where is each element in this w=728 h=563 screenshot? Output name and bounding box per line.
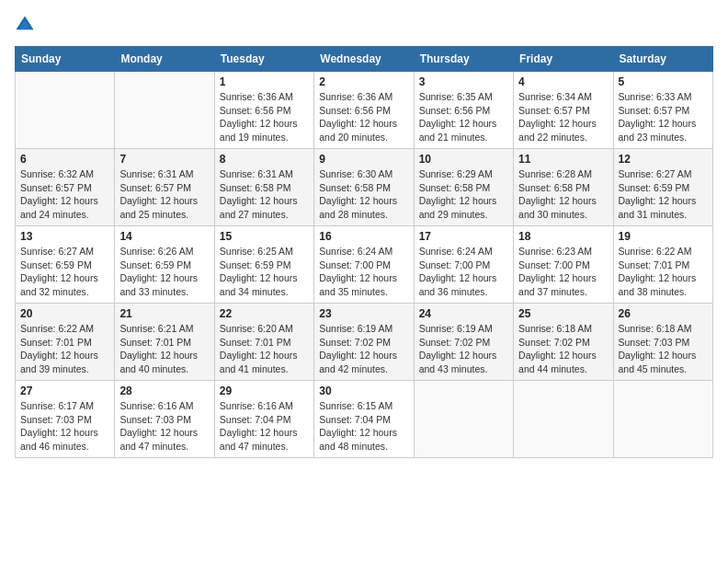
calendar-cell: 13Sunrise: 6:27 AM Sunset: 6:59 PM Dayli…: [16, 226, 115, 304]
calendar-week-3: 13Sunrise: 6:27 AM Sunset: 6:59 PM Dayli…: [16, 226, 713, 304]
day-number: 30: [319, 385, 408, 397]
day-number: 19: [619, 230, 708, 243]
calendar-cell: 7Sunrise: 6:31 AM Sunset: 6:57 PM Daylig…: [115, 149, 214, 226]
day-number: 23: [319, 307, 408, 320]
day-info: Sunrise: 6:27 AM Sunset: 6:59 PM Dayligh…: [619, 167, 708, 222]
calendar-header-row: SundayMondayTuesdayWednesdayThursdayFrid…: [16, 47, 713, 72]
day-info: Sunrise: 6:19 AM Sunset: 7:02 PM Dayligh…: [419, 322, 508, 376]
day-info: Sunrise: 6:24 AM Sunset: 7:00 PM Dayligh…: [419, 245, 508, 299]
day-info: Sunrise: 6:32 AM Sunset: 6:57 PM Dayligh…: [20, 167, 109, 222]
day-number: 29: [220, 385, 309, 397]
day-info: Sunrise: 6:15 AM Sunset: 7:04 PM Dayligh…: [319, 399, 408, 454]
calendar-cell: 29Sunrise: 6:16 AM Sunset: 7:04 PM Dayli…: [214, 381, 313, 458]
day-info: Sunrise: 6:16 AM Sunset: 7:04 PM Dayligh…: [220, 399, 309, 454]
day-info: Sunrise: 6:35 AM Sunset: 6:56 PM Dayligh…: [419, 90, 508, 144]
day-info: Sunrise: 6:25 AM Sunset: 6:59 PM Dayligh…: [220, 245, 309, 299]
day-number: 10: [419, 153, 508, 166]
day-number: 15: [220, 230, 309, 243]
day-info: Sunrise: 6:21 AM Sunset: 7:01 PM Dayligh…: [119, 322, 209, 376]
calendar-cell: 1Sunrise: 6:36 AM Sunset: 6:56 PM Daylig…: [214, 72, 313, 149]
day-info: Sunrise: 6:16 AM Sunset: 7:03 PM Dayligh…: [119, 399, 209, 454]
logo-icon: [15, 15, 35, 35]
calendar-cell: 4Sunrise: 6:34 AM Sunset: 6:57 PM Daylig…: [514, 72, 613, 149]
day-number: 28: [119, 385, 209, 397]
day-header-tuesday: Tuesday: [214, 47, 313, 72]
calendar-cell: [115, 72, 214, 149]
calendar-week-5: 27Sunrise: 6:17 AM Sunset: 7:03 PM Dayli…: [16, 381, 713, 458]
calendar-cell: 22Sunrise: 6:20 AM Sunset: 7:01 PM Dayli…: [214, 304, 313, 381]
calendar-cell: 15Sunrise: 6:25 AM Sunset: 6:59 PM Dayli…: [214, 226, 313, 304]
day-info: Sunrise: 6:27 AM Sunset: 6:59 PM Dayligh…: [20, 245, 109, 299]
day-info: Sunrise: 6:30 AM Sunset: 6:58 PM Dayligh…: [319, 167, 408, 222]
day-number: 4: [518, 75, 608, 88]
day-number: 5: [619, 75, 708, 88]
day-number: 21: [119, 307, 209, 320]
day-info: Sunrise: 6:22 AM Sunset: 7:01 PM Dayligh…: [20, 322, 109, 376]
calendar-cell: 27Sunrise: 6:17 AM Sunset: 7:03 PM Dayli…: [16, 381, 115, 458]
calendar-cell: 26Sunrise: 6:18 AM Sunset: 7:03 PM Dayli…: [613, 304, 712, 381]
day-number: 17: [419, 230, 508, 243]
day-info: Sunrise: 6:20 AM Sunset: 7:01 PM Dayligh…: [220, 322, 309, 376]
day-number: 24: [419, 307, 508, 320]
day-info: Sunrise: 6:36 AM Sunset: 6:56 PM Dayligh…: [319, 90, 408, 144]
calendar-cell: 21Sunrise: 6:21 AM Sunset: 7:01 PM Dayli…: [115, 304, 214, 381]
calendar-cell: 18Sunrise: 6:23 AM Sunset: 7:00 PM Dayli…: [514, 226, 613, 304]
day-number: 26: [619, 307, 708, 320]
calendar-week-2: 6Sunrise: 6:32 AM Sunset: 6:57 PM Daylig…: [16, 149, 713, 226]
calendar-cell: 14Sunrise: 6:26 AM Sunset: 6:59 PM Dayli…: [115, 226, 214, 304]
day-header-saturday: Saturday: [613, 47, 712, 72]
calendar-cell: 6Sunrise: 6:32 AM Sunset: 6:57 PM Daylig…: [16, 149, 115, 226]
calendar-table: SundayMondayTuesdayWednesdayThursdayFrid…: [15, 46, 713, 458]
calendar-cell: 17Sunrise: 6:24 AM Sunset: 7:00 PM Dayli…: [414, 226, 513, 304]
day-info: Sunrise: 6:19 AM Sunset: 7:02 PM Dayligh…: [319, 322, 408, 376]
day-header-monday: Monday: [115, 47, 214, 72]
calendar-week-4: 20Sunrise: 6:22 AM Sunset: 7:01 PM Dayli…: [16, 304, 713, 381]
calendar-cell: 28Sunrise: 6:16 AM Sunset: 7:03 PM Dayli…: [115, 381, 214, 458]
calendar-week-1: 1Sunrise: 6:36 AM Sunset: 6:56 PM Daylig…: [16, 72, 713, 149]
day-number: 20: [20, 307, 109, 320]
calendar-cell: 11Sunrise: 6:28 AM Sunset: 6:58 PM Dayli…: [514, 149, 613, 226]
day-info: Sunrise: 6:18 AM Sunset: 7:03 PM Dayligh…: [619, 322, 708, 376]
day-number: 12: [619, 153, 708, 166]
calendar-cell: 3Sunrise: 6:35 AM Sunset: 6:56 PM Daylig…: [414, 72, 513, 149]
calendar-cell: [613, 381, 712, 458]
day-number: 1: [220, 75, 309, 88]
day-number: 18: [518, 230, 608, 243]
day-number: 2: [319, 75, 408, 88]
day-info: Sunrise: 6:18 AM Sunset: 7:02 PM Dayligh…: [518, 322, 608, 376]
calendar-cell: 5Sunrise: 6:33 AM Sunset: 6:57 PM Daylig…: [613, 72, 712, 149]
day-number: 16: [319, 230, 408, 243]
day-number: 9: [319, 153, 408, 166]
day-number: 27: [20, 385, 109, 397]
day-info: Sunrise: 6:28 AM Sunset: 6:58 PM Dayligh…: [518, 167, 608, 222]
day-header-sunday: Sunday: [16, 47, 115, 72]
day-number: 3: [419, 75, 508, 88]
day-number: 7: [119, 153, 209, 166]
calendar-cell: 12Sunrise: 6:27 AM Sunset: 6:59 PM Dayli…: [613, 149, 712, 226]
calendar-cell: [414, 381, 513, 458]
day-info: Sunrise: 6:23 AM Sunset: 7:00 PM Dayligh…: [518, 245, 608, 299]
logo: [15, 15, 37, 39]
day-info: Sunrise: 6:31 AM Sunset: 6:58 PM Dayligh…: [220, 167, 309, 222]
calendar-cell: [16, 72, 115, 149]
day-number: 8: [220, 153, 309, 166]
day-number: 22: [220, 307, 309, 320]
calendar-cell: 24Sunrise: 6:19 AM Sunset: 7:02 PM Dayli…: [414, 304, 513, 381]
day-info: Sunrise: 6:29 AM Sunset: 6:58 PM Dayligh…: [419, 167, 508, 222]
day-number: 11: [518, 153, 608, 166]
calendar-cell: 8Sunrise: 6:31 AM Sunset: 6:58 PM Daylig…: [214, 149, 313, 226]
calendar-cell: 16Sunrise: 6:24 AM Sunset: 7:00 PM Dayli…: [314, 226, 414, 304]
day-header-wednesday: Wednesday: [314, 47, 414, 72]
day-header-friday: Friday: [514, 47, 613, 72]
day-info: Sunrise: 6:36 AM Sunset: 6:56 PM Dayligh…: [220, 90, 309, 144]
calendar-cell: 20Sunrise: 6:22 AM Sunset: 7:01 PM Dayli…: [16, 304, 115, 381]
calendar-cell: 25Sunrise: 6:18 AM Sunset: 7:02 PM Dayli…: [514, 304, 613, 381]
page-header: [15, 15, 713, 39]
day-info: Sunrise: 6:26 AM Sunset: 6:59 PM Dayligh…: [119, 245, 209, 299]
day-info: Sunrise: 6:34 AM Sunset: 6:57 PM Dayligh…: [518, 90, 608, 144]
day-number: 14: [119, 230, 209, 243]
day-number: 6: [20, 153, 109, 166]
calendar-cell: 23Sunrise: 6:19 AM Sunset: 7:02 PM Dayli…: [314, 304, 414, 381]
calendar-cell: [514, 381, 613, 458]
day-info: Sunrise: 6:33 AM Sunset: 6:57 PM Dayligh…: [619, 90, 708, 144]
